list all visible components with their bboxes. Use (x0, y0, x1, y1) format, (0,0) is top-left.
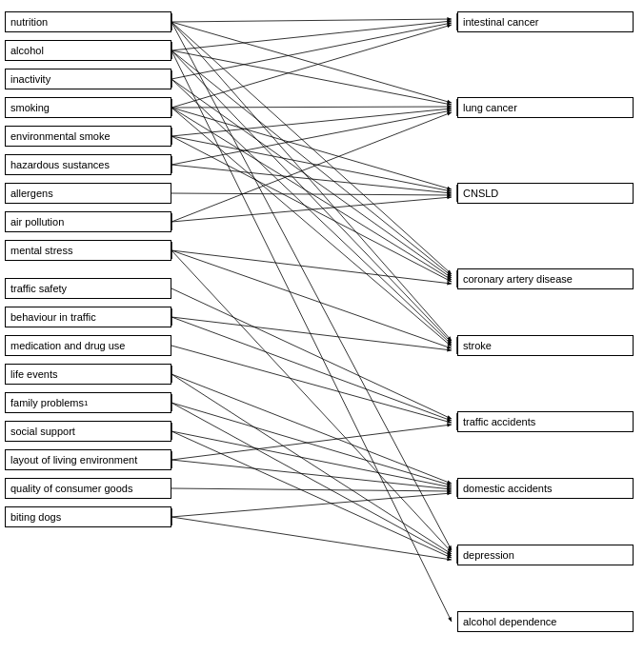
svg-marker-3 (447, 100, 452, 104)
svg-line-82 (171, 488, 452, 491)
svg-marker-7 (447, 336, 452, 341)
node-label: life events (10, 368, 58, 380)
svg-line-2 (171, 22, 452, 103)
left-node-medication_drug_use: medication and drug use (5, 335, 171, 356)
svg-line-30 (171, 108, 452, 189)
left-node-smoking: smoking (5, 97, 171, 118)
svg-marker-1 (447, 17, 452, 21)
node-label: family problems (10, 397, 84, 408)
svg-line-20 (171, 23, 452, 79)
node-label: traffic accidents (463, 416, 535, 427)
svg-line-16 (171, 50, 452, 343)
svg-marker-67 (447, 550, 452, 554)
left-node-life_events: life events (5, 364, 171, 385)
svg-marker-27 (447, 24, 452, 28)
svg-line-36 (171, 109, 452, 136)
svg-marker-17 (447, 338, 452, 343)
svg-line-62 (171, 317, 452, 350)
svg-marker-13 (447, 102, 452, 106)
svg-marker-63 (447, 348, 452, 352)
svg-line-28 (171, 107, 452, 108)
svg-line-68 (171, 374, 452, 484)
right-node-stroke: stroke (457, 335, 634, 356)
svg-marker-85 (447, 491, 452, 495)
right-node-lung_cancer: lung cancer (457, 97, 634, 118)
svg-line-10 (171, 21, 452, 50)
svg-marker-57 (447, 547, 452, 552)
svg-marker-65 (447, 420, 452, 424)
svg-marker-75 (447, 554, 452, 558)
svg-line-72 (171, 403, 452, 486)
node-label: inactivity (10, 73, 50, 85)
svg-line-74 (171, 431, 452, 558)
left-node-mental_stress: mental stress (5, 240, 171, 261)
svg-marker-41 (447, 278, 452, 282)
svg-marker-61 (447, 418, 452, 422)
svg-line-4 (171, 22, 452, 274)
left-node-social_support: social support (5, 421, 171, 442)
node-label: CNSLD (463, 188, 498, 199)
left-node-alcohol: alcohol (5, 40, 171, 61)
left-node-inactivity: inactivity (5, 69, 171, 89)
svg-marker-31 (447, 187, 452, 190)
node-label: biting dogs (10, 511, 61, 523)
svg-line-26 (171, 25, 452, 108)
svg-marker-71 (447, 552, 452, 556)
node-label: hazardous sustances (10, 159, 110, 170)
svg-marker-33 (447, 276, 452, 280)
svg-marker-29 (447, 105, 452, 109)
svg-line-12 (171, 50, 452, 105)
node-label: social support (10, 426, 75, 437)
svg-marker-9 (448, 545, 452, 550)
svg-marker-11 (447, 20, 452, 24)
svg-marker-59 (447, 415, 452, 419)
left-node-traffic_safety: traffic safety (5, 278, 171, 299)
right-node-coronary_artery: coronary artery disease (457, 268, 634, 289)
node-label: depression (463, 549, 514, 561)
superscript: 1 (84, 399, 88, 407)
node-label: environmental smoke (10, 130, 111, 142)
right-node-alcohol_dependence: alcohol dependence (457, 611, 634, 632)
right-node-domestic_accidents: domestic accidents (457, 478, 634, 499)
svg-line-14 (171, 50, 452, 276)
svg-line-44 (171, 165, 452, 193)
svg-line-64 (171, 346, 452, 423)
svg-line-70 (171, 403, 452, 556)
svg-marker-15 (447, 272, 452, 276)
svg-marker-5 (447, 269, 452, 274)
node-label: domestic accidents (463, 483, 553, 494)
svg-line-60 (171, 317, 452, 421)
svg-marker-43 (447, 109, 452, 113)
svg-line-8 (171, 22, 452, 550)
svg-line-80 (171, 425, 452, 460)
left-node-environmental_smoke: environmental smoke (5, 126, 171, 147)
node-label: traffic safety (10, 283, 67, 294)
node-label: smoking (10, 102, 50, 113)
svg-marker-87 (447, 557, 452, 561)
svg-marker-45 (447, 191, 452, 195)
diagram-container: nutritionalcoholinactivitysmokingenviron… (0, 0, 644, 654)
svg-marker-23 (447, 274, 452, 278)
svg-line-42 (171, 110, 452, 165)
left-node-hazardous_substances: hazardous sustances (5, 154, 171, 175)
node-label: alcohol (10, 45, 44, 56)
left-node-behaviour_in_traffic: behaviour in traffic (5, 307, 171, 327)
svg-line-52 (171, 250, 452, 284)
svg-marker-77 (447, 485, 452, 488)
left-node-biting_dogs: biting dogs (5, 506, 171, 527)
svg-marker-55 (447, 346, 452, 349)
svg-line-78 (171, 460, 452, 489)
svg-marker-49 (447, 112, 452, 116)
svg-marker-35 (447, 343, 452, 347)
svg-line-38 (171, 136, 452, 191)
svg-line-76 (171, 431, 452, 487)
left-node-air_pollution: air pollution (5, 211, 171, 232)
right-node-CNSLD: CNSLD (457, 183, 634, 204)
node-label: alcohol dependence (463, 616, 556, 627)
svg-line-22 (171, 79, 452, 278)
node-label: intestinal cancer (463, 16, 539, 28)
svg-line-54 (171, 250, 452, 348)
svg-marker-83 (447, 489, 452, 493)
left-node-layout_living: layout of living environment (5, 449, 171, 470)
left-node-family_problems: family problems1 (5, 392, 171, 413)
